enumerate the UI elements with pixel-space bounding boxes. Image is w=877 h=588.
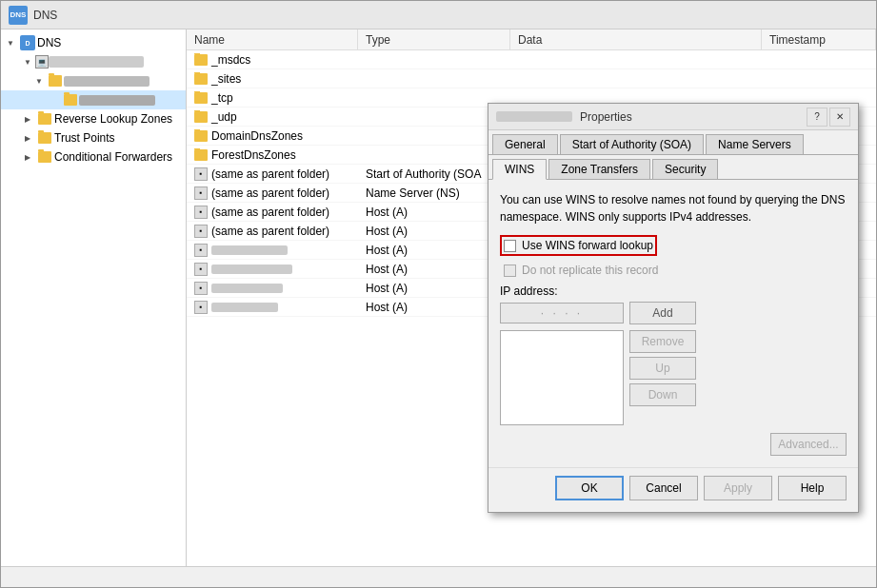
tree-panel: ▼ D DNS ▼ 💻 ▼ bbox=[1, 29, 187, 566]
col-name: Name bbox=[187, 29, 358, 49]
dns-icon: DNS bbox=[9, 6, 28, 25]
status-bar bbox=[1, 566, 876, 587]
flz-label bbox=[64, 76, 149, 87]
side-buttons: Remove Up Down bbox=[629, 330, 696, 425]
down-button[interactable]: Down bbox=[629, 383, 696, 406]
wins-info-text: You can use WINS to resolve names not fo… bbox=[500, 191, 847, 225]
tab-zone-transfers[interactable]: Zone Transfers bbox=[548, 159, 650, 179]
no-replicate-label: Do not replicate this record bbox=[522, 264, 658, 277]
expand-icon-rlz: ▶ bbox=[20, 111, 35, 127]
tab-general[interactable]: General bbox=[492, 134, 558, 154]
server-icon: 💻 bbox=[35, 55, 49, 69]
zone-label bbox=[79, 95, 155, 106]
ip-section: IP address: · · · · Add Remove Up Down A… bbox=[500, 284, 847, 456]
tab-soa[interactable]: Start of Authority (SOA) bbox=[560, 134, 704, 154]
col-type: Type bbox=[358, 29, 510, 49]
dialog-title-buttons: ? ✕ bbox=[807, 108, 850, 127]
window-title: DNS bbox=[33, 9, 57, 22]
dialog-title-text: Properties bbox=[580, 110, 632, 124]
cf-folder-icon bbox=[38, 151, 51, 163]
tabs-row-2: WINS Zone Transfers Security bbox=[488, 155, 858, 180]
tree-trust-points[interactable]: ▶ Trust Points bbox=[1, 128, 186, 147]
zone-folder-icon bbox=[64, 94, 77, 106]
list-item[interactable]: _msdcs bbox=[187, 50, 876, 69]
tree-reverse-lookup[interactable]: ▶ Reverse Lookup Zones bbox=[1, 109, 186, 128]
row-file-icon: ▪ bbox=[194, 167, 208, 181]
tree-root-dns[interactable]: ▼ D DNS bbox=[1, 33, 186, 52]
ip-input-row: · · · · Add bbox=[500, 302, 847, 324]
ok-button[interactable]: OK bbox=[555, 476, 624, 500]
ip-label: IP address: bbox=[500, 284, 847, 298]
row-folder-icon bbox=[194, 111, 208, 123]
row-file-icon: ▪ bbox=[194, 301, 208, 314]
col-timestamp: Timestamp bbox=[762, 29, 876, 49]
row-folder-icon bbox=[194, 130, 208, 142]
dns-folder-icon: D bbox=[20, 35, 35, 50]
cf-label: Conditional Forwarders bbox=[54, 150, 172, 164]
tree-root-label: DNS bbox=[37, 36, 61, 49]
dialog-title-blurred bbox=[496, 111, 572, 122]
forward-lookup-zone[interactable]: ▼ bbox=[1, 71, 186, 90]
row-file-icon: ▪ bbox=[194, 263, 208, 276]
dialog-title-bar: Properties ? ✕ bbox=[488, 104, 858, 130]
tp-label: Trust Points bbox=[54, 131, 115, 145]
tab-security[interactable]: Security bbox=[652, 159, 718, 179]
add-button[interactable]: Add bbox=[629, 302, 696, 324]
title-bar: DNS DNS bbox=[1, 1, 876, 29]
tp-folder-icon bbox=[38, 132, 51, 144]
list-item[interactable]: _sites bbox=[187, 69, 876, 88]
ip-list-box[interactable] bbox=[500, 330, 624, 425]
tree-conditional-forwarders[interactable]: ▶ Conditional Forwarders bbox=[1, 147, 186, 167]
dialog-footer: OK Cancel Apply Help bbox=[488, 467, 858, 512]
expand-icon-flz: ▼ bbox=[31, 73, 47, 88]
close-title-btn[interactable]: ✕ bbox=[829, 108, 850, 127]
rlz-label: Reverse Lookup Zones bbox=[54, 112, 172, 126]
remove-button[interactable]: Remove bbox=[629, 330, 696, 353]
expand-icon-tp: ▶ bbox=[20, 130, 35, 146]
help-title-btn[interactable]: ? bbox=[807, 108, 827, 127]
row-file-icon: ▪ bbox=[194, 206, 208, 219]
row-file-icon: ▪ bbox=[194, 282, 208, 295]
server-label bbox=[49, 56, 144, 68]
tabs-row-1: General Start of Authority (SOA) Name Se… bbox=[488, 130, 858, 155]
properties-dialog: Properties ? ✕ General Start of Authorit… bbox=[488, 103, 859, 513]
ip-address-input[interactable]: · · · · bbox=[500, 303, 624, 323]
ip-list-area: Remove Up Down bbox=[500, 330, 847, 425]
col-data: Data bbox=[510, 29, 762, 49]
advanced-row: Advanced... bbox=[500, 433, 847, 456]
row-folder-icon bbox=[194, 149, 208, 161]
list-header: Name Type Data Timestamp bbox=[187, 29, 876, 50]
row-folder-icon bbox=[194, 54, 208, 66]
row-file-icon: ▪ bbox=[194, 244, 208, 257]
expand-icon-server: ▼ bbox=[20, 54, 35, 69]
tab-name-servers[interactable]: Name Servers bbox=[706, 134, 804, 154]
row-folder-icon bbox=[194, 92, 208, 104]
flz-folder-icon bbox=[49, 75, 62, 87]
help-button[interactable]: Help bbox=[778, 476, 847, 500]
row-folder-icon bbox=[194, 73, 208, 85]
wins-forward-lookup-label: Use WINS forward lookup bbox=[522, 239, 653, 252]
no-replicate-row: Do not replicate this record bbox=[500, 264, 847, 277]
tab-wins[interactable]: WINS bbox=[492, 159, 547, 180]
expand-icon-dns: ▼ bbox=[3, 35, 18, 50]
tree-zone-selected[interactable] bbox=[1, 90, 186, 109]
tree-server[interactable]: ▼ 💻 bbox=[1, 52, 186, 71]
expand-icon-zone bbox=[47, 92, 62, 108]
wins-forward-lookup-checkbox[interactable] bbox=[504, 240, 516, 252]
dialog-title-left: Properties bbox=[496, 110, 632, 124]
rlz-folder-icon bbox=[38, 113, 51, 125]
row-file-icon: ▪ bbox=[194, 186, 208, 200]
advanced-button[interactable]: Advanced... bbox=[770, 433, 847, 456]
row-file-icon: ▪ bbox=[194, 225, 208, 238]
cancel-button[interactable]: Cancel bbox=[629, 476, 698, 500]
up-button[interactable]: Up bbox=[629, 357, 696, 380]
dialog-content: You can use WINS to resolve names not fo… bbox=[488, 180, 858, 467]
expand-icon-cf: ▶ bbox=[20, 149, 35, 165]
no-replicate-checkbox[interactable] bbox=[504, 265, 516, 277]
wins-forward-lookup-row: Use WINS forward lookup bbox=[500, 235, 657, 256]
apply-button[interactable]: Apply bbox=[704, 476, 772, 500]
